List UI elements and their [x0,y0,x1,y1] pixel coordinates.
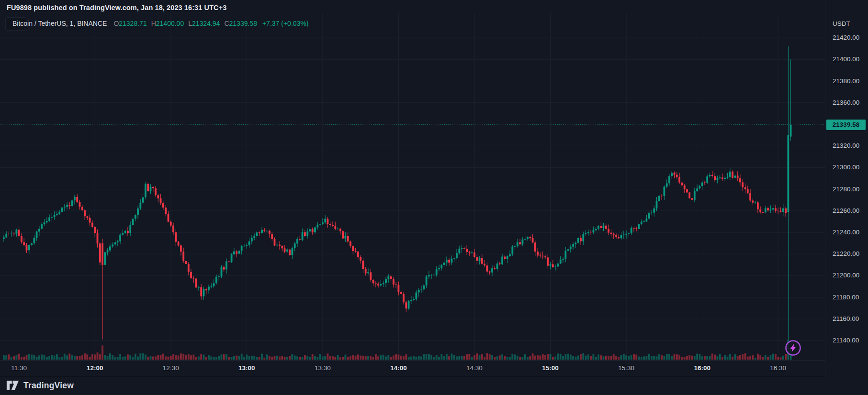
ohlc-high: H21400.00 [151,20,184,27]
price-tick-label: 21140.00 [833,337,859,344]
price-tick-label: 21240.00 [833,229,859,236]
price-tick-label: 21360.00 [833,99,859,107]
symbol-title[interactable]: Bitcoin / TetherUS, 1, BINANCE [12,20,107,27]
time-tick-label: 15:00 [542,364,559,372]
price-tick-label: 21380.00 [833,77,859,85]
time-tick-label: 14:30 [466,364,483,372]
price-tick-label: 21280.00 [833,186,859,193]
time-tick-label: 13:00 [238,364,255,372]
tradingview-brand[interactable]: TradingView [23,381,74,391]
time-tick-label: 15:30 [618,364,634,372]
price-tick-label: 21180.00 [833,294,859,301]
time-axis[interactable]: 11:3012:0012:3013:0013:3014:0014:3015:00… [0,360,825,377]
last-price-badge: 21339.58 [826,120,866,130]
price-tick-label: 21220.00 [833,250,859,258]
ohlc-low: L21324.94 [188,20,220,27]
price-tick-label: 21200.00 [833,272,859,279]
tradingview-logo-icon[interactable] [6,380,19,391]
price-axis[interactable]: USDT 21339.58 21140.0021160.0021180.0021… [825,0,868,376]
ohlc-change: +7.37 (+0.03%) [262,20,309,27]
time-tick-label: 14:00 [390,364,407,372]
price-tick-label: 21260.00 [833,207,859,215]
price-tick-label: 21160.00 [833,315,859,323]
ohlc-close: C21339.58 [224,20,257,27]
ohlc-open: O21328.71 [113,20,147,27]
time-tick-label: 11:30 [11,364,27,372]
price-tick-label: 21420.00 [833,34,859,42]
time-tick-label: 12:00 [87,364,103,372]
footer: TradingView [6,379,74,392]
time-tick-label: 13:30 [315,364,331,372]
price-tick-label: 21400.00 [833,55,859,63]
price-tick-label: 21300.00 [833,164,859,171]
price-tick-label: 21320.00 [833,142,859,150]
time-tick-label: 16:00 [694,364,710,372]
lightning-marker-icon[interactable] [784,339,802,357]
price-axis-currency: USDT [833,20,850,27]
tradingview-snapshot: FU9898 published on TradingView.com, Jan… [0,0,868,395]
time-tick-label: 16:30 [770,364,786,372]
candlestick-chart[interactable] [0,0,825,376]
chart-legend: Bitcoin / TetherUS, 1, BINANCE O21328.71… [5,17,308,30]
time-tick-label: 12:30 [163,364,179,372]
